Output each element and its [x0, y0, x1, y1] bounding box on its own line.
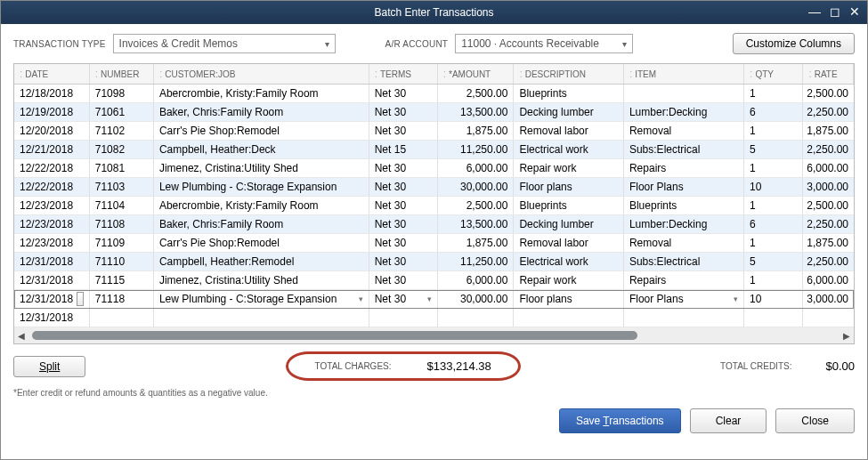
cell-description[interactable]: Blueprints	[514, 85, 624, 102]
col-item[interactable]: ITEM	[624, 64, 744, 84]
cell-customer[interactable]: Campbell, Heather:Remodel	[154, 253, 369, 270]
cell-description[interactable]: Floor plans	[514, 178, 624, 196]
scroll-right-icon[interactable]: ▶	[840, 331, 854, 341]
col-rate[interactable]: RATE	[803, 64, 854, 84]
cell-number[interactable]: 71103	[90, 178, 154, 196]
cell-customer[interactable]: Jimenez, Cristina:Utility Shed	[154, 271, 369, 289]
cell-amount[interactable]: 11,250.00	[438, 253, 515, 270]
cell-rate[interactable]: 1,875.00	[803, 122, 854, 140]
cell-qty[interactable]: 10	[744, 290, 803, 308]
table-row[interactable]: 12/31/201871110Campbell, Heather:Remodel…	[14, 253, 854, 271]
col-terms[interactable]: TERMS	[369, 64, 438, 84]
table-row[interactable]: 12/20/201871102Carr's Pie Shop:RemodelNe…	[14, 122, 854, 141]
cell-date[interactable]: 12/23/2018	[14, 234, 90, 252]
cell-item[interactable]: Removal	[624, 234, 744, 252]
cell-terms[interactable]: Net 15	[369, 141, 438, 158]
col-customer[interactable]: CUSTOMER:JOB	[154, 64, 369, 84]
cell-terms[interactable]: Net 30	[369, 197, 438, 214]
cell-item[interactable]: Lumber:Decking	[624, 215, 744, 233]
cell-description[interactable]: Blueprints	[514, 197, 624, 214]
cell-amount[interactable]: 2,500.00	[438, 85, 515, 102]
cell-item[interactable]: Repairs	[624, 271, 744, 289]
cell-amount[interactable]: 6,000.00	[438, 159, 515, 177]
cell-date[interactable]: 12/22/2018	[14, 178, 90, 196]
cell-item[interactable]: Subs:Electrical	[624, 141, 744, 158]
cell-customer[interactable]: Abercrombie, Kristy:Family Room	[154, 197, 369, 214]
cell-amount[interactable]: 30,000.00	[438, 178, 515, 196]
cell-description[interactable]: Electrical work	[514, 253, 624, 270]
cell-qty[interactable]: 6	[744, 103, 803, 121]
table-row[interactable]: 12/18/201871098Abercrombie, Kristy:Famil…	[14, 85, 854, 103]
cell-terms[interactable]: Net 30	[369, 178, 438, 196]
cell-item[interactable]: Blueprints	[624, 197, 744, 214]
cell-item[interactable]: Floor Plans	[624, 178, 744, 196]
cell-description[interactable]: Floor plans	[514, 290, 624, 308]
table-row[interactable]: 12/23/201871108Baker, Chris:Family RoomN…	[14, 215, 854, 234]
cell-amount[interactable]: 13,500.00	[438, 215, 515, 233]
horizontal-scrollbar[interactable]: ◀ ▶	[14, 327, 854, 343]
cell-customer[interactable]: Baker, Chris:Family Room	[154, 103, 369, 121]
cell-description[interactable]: Repair work	[514, 159, 624, 177]
minimize-icon[interactable]: —	[808, 4, 821, 19]
cell-qty[interactable]: 1	[744, 271, 803, 289]
cell-date[interactable]: 12/31/2018	[14, 309, 90, 327]
cell-amount[interactable]: 30,000.00	[438, 290, 515, 308]
cell-date[interactable]: 12/19/2018	[14, 103, 90, 121]
cell-terms[interactable]: Net 30	[369, 122, 438, 140]
cell-item[interactable]: Lumber:Decking	[624, 103, 744, 121]
cell-description[interactable]: Decking lumber	[514, 103, 624, 121]
cell-qty[interactable]: 5	[744, 141, 803, 158]
cell-number[interactable]: 71082	[90, 141, 154, 158]
cell-rate[interactable]: 1,875.00	[803, 234, 854, 252]
col-description[interactable]: DESCRIPTION	[514, 64, 624, 84]
cell-rate[interactable]: 2,250.00	[803, 253, 854, 270]
cell-terms[interactable]: Net 30	[369, 103, 438, 121]
cell-qty[interactable]: 1	[744, 85, 803, 102]
cell-amount[interactable]: 6,000.00	[438, 271, 515, 289]
cell-date[interactable]: 12/21/2018	[14, 141, 90, 158]
cell-date[interactable]: 12/23/2018	[14, 197, 90, 214]
cell-rate[interactable]: 3,000.00	[803, 178, 854, 196]
cell-terms[interactable]: Net 30	[369, 234, 438, 252]
col-number[interactable]: NUMBER	[90, 64, 154, 84]
cell-customer[interactable]: Abercrombie, Kristy:Family Room	[154, 85, 369, 102]
cell-number[interactable]: 71110	[90, 253, 154, 270]
cell-number[interactable]: 71098	[90, 85, 154, 102]
cell-number[interactable]: 71108	[90, 215, 154, 233]
cell-rate[interactable]: 2,250.00	[803, 141, 854, 158]
cell-rate[interactable]: 6,000.00	[803, 159, 854, 177]
cell-rate[interactable]	[803, 309, 854, 327]
cell-description[interactable]: Decking lumber	[514, 215, 624, 233]
split-button[interactable]: Split	[13, 356, 85, 377]
transaction-type-select[interactable]: Invoices & Credit Memos	[113, 34, 336, 53]
cell-date[interactable]: 12/20/2018	[14, 122, 90, 140]
scroll-left-icon[interactable]: ◀	[14, 331, 28, 341]
cell-amount[interactable]: 11,250.00	[438, 141, 515, 158]
table-row[interactable]: 12/31/201871118Lew Plumbing - C:Storage …	[14, 290, 854, 309]
maximize-icon[interactable]: ◻	[830, 4, 840, 19]
cell-number[interactable]: 71061	[90, 103, 154, 121]
cell-terms[interactable]	[369, 309, 438, 327]
cell-number[interactable]: 71102	[90, 122, 154, 140]
cell-customer[interactable]: Carr's Pie Shop:Remodel	[154, 234, 369, 252]
cell-customer[interactable]: Carr's Pie Shop:Remodel	[154, 122, 369, 140]
col-date[interactable]: DATE	[14, 64, 90, 84]
cell-date[interactable]: 12/31/2018	[14, 253, 90, 270]
cell-customer[interactable]: Baker, Chris:Family Room	[154, 215, 369, 233]
col-amount[interactable]: *AMOUNT	[438, 64, 515, 84]
scroll-thumb[interactable]	[32, 331, 637, 340]
cell-item[interactable]: Subs:Electrical	[624, 253, 744, 270]
cell-rate[interactable]: 6,000.00	[803, 271, 854, 289]
table-row[interactable]: 12/22/201871103Lew Plumbing - C:Storage …	[14, 178, 854, 197]
cell-date[interactable]: 12/18/2018	[14, 85, 90, 102]
cell-terms[interactable]: Net 30	[369, 159, 438, 177]
table-row[interactable]: 12/22/201871081Jimenez, Cristina:Utility…	[14, 159, 854, 178]
cell-item[interactable]	[624, 309, 744, 327]
cell-number[interactable]: 71109	[90, 234, 154, 252]
cell-description[interactable]: Repair work	[514, 271, 624, 289]
cell-date[interactable]: 12/31/2018	[14, 290, 90, 308]
cell-customer[interactable]: Lew Plumbing - C:Storage Expansion	[154, 290, 369, 308]
cell-terms[interactable]: Net 30	[369, 253, 438, 270]
cell-terms[interactable]: Net 30	[369, 271, 438, 289]
cell-number[interactable]: 71118	[90, 290, 154, 308]
